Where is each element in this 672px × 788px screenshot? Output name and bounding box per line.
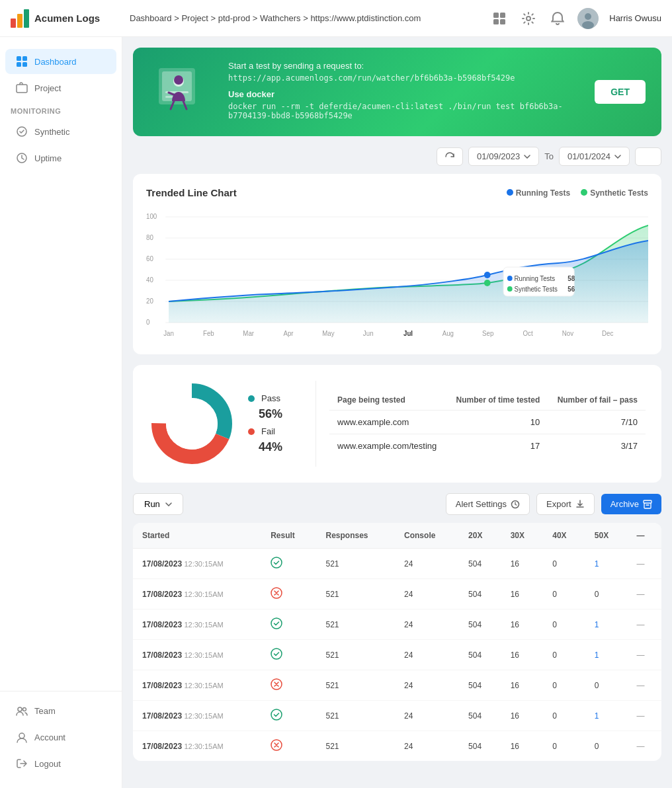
fail-pct: 44%: [259, 440, 282, 454]
th-responses: Responses: [317, 523, 396, 549]
svg-text:80: 80: [146, 234, 153, 241]
svg-text:Oct: Oct: [523, 330, 532, 337]
svg-point-9: [585, 13, 591, 20]
pass-pct: 56%: [259, 407, 282, 421]
banner-illustration: [149, 61, 215, 123]
fail-label: Fail: [261, 426, 275, 436]
chart-title-row: Trended Line Chart Running Tests Synthet…: [146, 187, 648, 198]
bell-icon[interactable]: [548, 9, 567, 28]
svg-text:Apr: Apr: [283, 330, 294, 337]
svg-rect-11: [17, 56, 21, 61]
cell-30x: 16: [501, 610, 544, 640]
cell-40x: 0: [543, 610, 585, 640]
svg-rect-67: [644, 500, 651, 503]
banner-url: https://app.acumenlogs.com/run/watcher/b…: [228, 73, 581, 83]
sidebar-item-team[interactable]: Team: [5, 698, 116, 723]
cell-result: [261, 610, 316, 640]
cell-50x: 0: [585, 670, 628, 701]
sidebar-item-account[interactable]: Account: [5, 725, 116, 750]
refresh-button[interactable]: [437, 147, 463, 166]
cell-20x: 504: [459, 701, 501, 731]
cell-result: [261, 579, 316, 610]
donut-section: Pass 56% Fail 44%: [149, 381, 302, 467]
svg-rect-0: [11, 19, 16, 28]
svg-rect-15: [17, 85, 27, 93]
cell-30x: 16: [501, 549, 544, 579]
cell-50x: 1: [585, 610, 628, 640]
sidebar-item-label: Team: [34, 706, 56, 716]
svg-text:Jun: Jun: [363, 330, 374, 337]
sidebar-item-uptime[interactable]: Uptime: [5, 145, 116, 171]
svg-rect-6: [500, 19, 505, 24]
svg-text:0: 0: [146, 319, 150, 326]
svg-text:Sep: Sep: [482, 330, 494, 337]
cell-20x: 504: [459, 731, 501, 762]
settings-icon[interactable]: [519, 9, 538, 28]
svg-text:Feb: Feb: [203, 330, 214, 337]
archive-button[interactable]: Archive: [601, 494, 661, 514]
app-container: Acumen Logs Dashboard > Project > ptd-pr…: [0, 0, 672, 788]
user-name: Harris Owusu: [609, 13, 661, 23]
alert-settings-button[interactable]: Alert Settings: [446, 493, 530, 515]
fail-legend: Fail: [248, 426, 282, 436]
cell-console: 24: [395, 549, 459, 579]
svg-point-68: [271, 557, 282, 568]
th-started: Started: [133, 523, 261, 549]
cell-result: [261, 701, 316, 731]
cell-extra: —: [627, 610, 661, 640]
svg-text:May: May: [322, 330, 334, 337]
filter-button[interactable]: [635, 147, 661, 166]
svg-text:Jul: Jul: [403, 330, 413, 337]
cell-result: [261, 731, 316, 762]
stats-row-item: www.example.com 10 7/10: [329, 411, 646, 434]
legend-synthetic: Synthetic Tests: [581, 188, 648, 198]
date-filter: 01/09/2023 To 01/01/2024: [133, 147, 661, 166]
to-label: To: [544, 151, 554, 161]
sidebar-item-logout[interactable]: Logout: [5, 751, 116, 776]
to-date-picker[interactable]: 01/01/2024: [559, 147, 630, 166]
docker-label: Use docker: [228, 89, 581, 99]
logo-icon: [11, 9, 29, 28]
svg-rect-5: [493, 19, 499, 24]
cell-ratio: 7/10: [548, 411, 646, 434]
th-20x: 20X: [459, 523, 501, 549]
sidebar-nav: Dashboard Project Monitoring Synthetic U…: [0, 48, 122, 691]
cell-50x: 0: [585, 731, 628, 762]
sidebar-item-label: Logout: [34, 759, 61, 769]
svg-point-19: [23, 708, 26, 711]
cell-started: 17/08/2023 12:30:15AM: [133, 701, 261, 731]
cell-30x: 16: [501, 701, 544, 731]
cell-40x: 0: [543, 549, 585, 579]
cell-extra: —: [627, 670, 661, 701]
svg-text:Synthetic Tests: Synthetic Tests: [515, 286, 558, 293]
export-button[interactable]: Export: [536, 493, 595, 515]
cell-30x: 16: [501, 670, 544, 701]
stats-row: Pass 56% Fail 44%: [133, 365, 661, 483]
table-row: 17/08/2023 12:30:15AM 521 24 504 16 0 1 …: [133, 610, 661, 640]
table-row: 17/08/2023 12:30:15AM 521 24 504 16 0 0 …: [133, 579, 661, 610]
banner-title: Start a test by sending a request to:: [228, 61, 581, 71]
sidebar-item-dashboard[interactable]: Dashboard: [5, 49, 116, 74]
cell-console: 24: [395, 731, 459, 762]
sidebar-item-project[interactable]: Project: [5, 75, 116, 100]
logo-text: Acumen Logs: [34, 13, 100, 24]
cell-responses: 521: [317, 640, 396, 670]
cell-started: 17/08/2023 12:30:15AM: [133, 610, 261, 640]
cell-30x: 16: [501, 731, 544, 762]
cell-responses: 521: [317, 731, 396, 762]
get-button[interactable]: GET: [595, 80, 646, 104]
svg-point-48: [507, 286, 513, 292]
cell-50x: 1: [585, 640, 628, 670]
cell-30x: 16: [501, 579, 544, 610]
cell-started: 17/08/2023 12:30:15AM: [133, 579, 261, 610]
th-30x: 30X: [501, 523, 544, 549]
from-date-picker[interactable]: 01/09/2023: [468, 147, 539, 166]
cell-40x: 0: [543, 640, 585, 670]
apps-icon[interactable]: [490, 9, 509, 28]
svg-rect-2: [24, 9, 29, 28]
svg-text:Jan: Jan: [163, 330, 174, 337]
data-table: Started Result Responses Console 20X 30X…: [133, 523, 661, 761]
cell-20x: 504: [459, 610, 501, 640]
run-select[interactable]: Run: [133, 493, 183, 515]
sidebar-item-synthetic[interactable]: Synthetic: [5, 119, 116, 144]
